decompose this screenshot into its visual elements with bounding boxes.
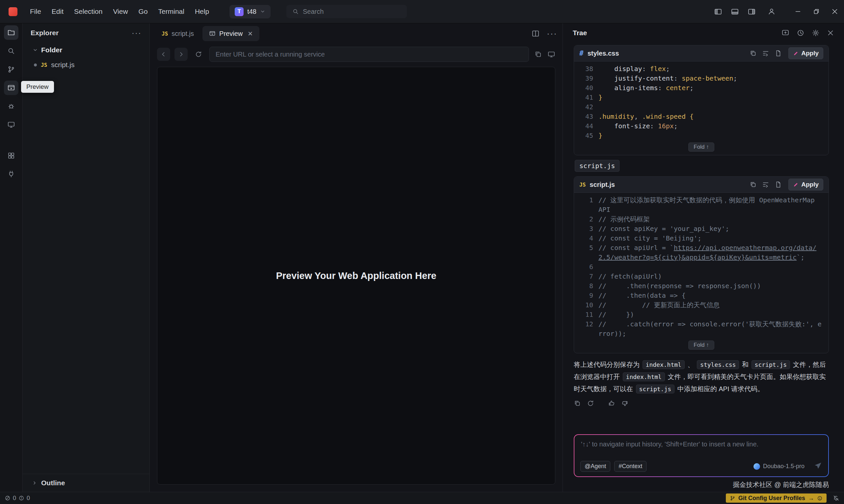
diff-icon bbox=[793, 182, 798, 187]
chat-input[interactable] bbox=[580, 440, 824, 448]
refresh-button[interactable] bbox=[192, 48, 205, 61]
info-icon bbox=[817, 496, 823, 501]
menu-file[interactable]: File bbox=[25, 7, 47, 16]
close-tab-icon[interactable]: ✕ bbox=[248, 30, 253, 37]
insert-code-icon[interactable] bbox=[762, 181, 769, 188]
tab-preview[interactable]: Preview ✕ bbox=[203, 26, 259, 41]
fold-button[interactable]: Fold ↑ bbox=[688, 341, 714, 350]
agent-selector[interactable]: @Agent bbox=[580, 461, 610, 472]
code-card-script-js: JS script.js Apply 1// 这里可以添加获取实时 bbox=[574, 176, 829, 353]
new-chat-icon[interactable] bbox=[781, 29, 789, 37]
minimize-button[interactable] bbox=[789, 0, 807, 23]
menu-edit[interactable]: Edit bbox=[47, 7, 69, 16]
folder-label: Folder bbox=[41, 46, 62, 54]
copy-url-icon[interactable] bbox=[534, 50, 542, 58]
close-panel-icon[interactable] bbox=[827, 29, 834, 37]
outline-section[interactable]: Outline bbox=[23, 474, 150, 492]
code-line: 40 align-items: center; bbox=[577, 83, 822, 93]
copy-code-icon[interactable] bbox=[750, 50, 757, 57]
preview-toolbar bbox=[150, 44, 563, 65]
settings-gear-icon[interactable] bbox=[812, 29, 820, 37]
preview-icon[interactable] bbox=[4, 80, 18, 95]
inline-code: index.html bbox=[623, 373, 665, 381]
explorer-icon[interactable] bbox=[4, 25, 18, 40]
message-actions bbox=[574, 400, 829, 407]
menu-go[interactable]: Go bbox=[133, 7, 153, 16]
toggle-left-panel-icon[interactable] bbox=[714, 7, 722, 16]
plugin-icon[interactable] bbox=[4, 167, 18, 181]
apply-button[interactable]: Apply bbox=[788, 179, 823, 191]
notifications-muted-icon[interactable] bbox=[833, 495, 839, 501]
warnings-icon[interactable] bbox=[18, 495, 24, 501]
menu-terminal[interactable]: Terminal bbox=[153, 7, 190, 16]
history-icon[interactable] bbox=[796, 29, 805, 37]
code-line: 9// .then(data => { bbox=[577, 291, 822, 300]
menu-view[interactable]: View bbox=[108, 7, 133, 16]
menu-help[interactable]: Help bbox=[190, 7, 214, 16]
source-control-icon[interactable] bbox=[4, 62, 18, 77]
thumbs-down-icon[interactable] bbox=[621, 400, 628, 407]
git-config-profiles-badge[interactable]: Git Config User Profiles → bbox=[726, 493, 827, 503]
warnings-count: 0 bbox=[27, 495, 30, 502]
code-block: 1// 这里可以添加获取实时天气数据的代码，例如使用 OpenWeatherMa… bbox=[574, 193, 828, 339]
debug-icon[interactable] bbox=[4, 99, 18, 113]
code-line: 43.humidity, .wind-speed { bbox=[577, 112, 822, 121]
tab-bar: JS script.js Preview ✕ ··· bbox=[150, 23, 563, 44]
tree-file-row[interactable]: JS script.js bbox=[23, 58, 150, 72]
toggle-right-panel-icon[interactable] bbox=[748, 7, 756, 16]
new-file-icon[interactable] bbox=[775, 50, 782, 57]
split-editor-icon[interactable] bbox=[532, 30, 540, 37]
insert-code-icon[interactable] bbox=[762, 50, 769, 57]
app-logo-icon[interactable] bbox=[8, 7, 17, 16]
preview-icon bbox=[209, 30, 216, 37]
fold-button[interactable]: Fold ↑ bbox=[688, 142, 714, 152]
tree-folder-row[interactable]: Folder bbox=[23, 42, 150, 58]
preview-url-input[interactable] bbox=[209, 47, 529, 62]
chat-input-container: @Agent #Context Doubao-1.5-pro bbox=[574, 434, 829, 477]
search-view-icon[interactable] bbox=[4, 44, 18, 58]
workspace-switcher[interactable]: T t48 bbox=[229, 5, 270, 18]
editor-more-icon[interactable]: ··· bbox=[547, 30, 557, 37]
file-name: script.js bbox=[51, 61, 74, 69]
send-icon[interactable] bbox=[814, 462, 822, 471]
code-line: 11// }) bbox=[577, 310, 822, 320]
toggle-bottom-panel-icon[interactable] bbox=[731, 7, 739, 16]
sidebar-title: Explorer bbox=[31, 29, 132, 37]
model-selector[interactable]: Doubao-1.5-pro bbox=[751, 462, 807, 471]
account-icon[interactable] bbox=[767, 7, 776, 16]
code-line: 1// 这里可以添加获取实时天气数据的代码，例如使用 OpenWeatherMa… bbox=[577, 195, 822, 215]
thumbs-up-icon[interactable] bbox=[608, 400, 615, 407]
sidebar-more-icon[interactable]: ··· bbox=[132, 28, 142, 37]
errors-count: 0 bbox=[13, 495, 16, 502]
close-window-button[interactable] bbox=[826, 0, 844, 23]
tab-script-js[interactable]: JS script.js bbox=[155, 26, 200, 41]
copy-message-icon[interactable] bbox=[574, 400, 581, 407]
errors-icon[interactable] bbox=[5, 495, 11, 501]
marketplace-icon[interactable] bbox=[4, 118, 18, 132]
chevron-down-icon bbox=[260, 9, 265, 14]
menu-selection[interactable]: Selection bbox=[69, 7, 108, 16]
forward-button[interactable] bbox=[174, 48, 188, 61]
inline-code: script.js bbox=[752, 360, 790, 369]
copy-code-icon[interactable] bbox=[750, 181, 757, 188]
diff-icon bbox=[793, 51, 798, 56]
new-file-icon[interactable] bbox=[775, 181, 782, 188]
context-selector[interactable]: #Context bbox=[614, 461, 647, 472]
assistant-message-text: 将上述代码分别保存为 index.html 、 styles.css 和 scr… bbox=[574, 359, 829, 395]
chat-messages[interactable]: # styles.css Apply 38 display: bbox=[563, 42, 844, 432]
extensions-grid-icon[interactable] bbox=[4, 148, 18, 163]
code-card-styles-css: # styles.css Apply 38 display: bbox=[574, 45, 829, 155]
preview-placeholder-text: Preview Your Web Application Here bbox=[276, 270, 436, 281]
preview-tooltip: Preview bbox=[21, 81, 54, 93]
restore-button[interactable] bbox=[807, 0, 826, 23]
chevron-right-icon bbox=[32, 480, 37, 486]
global-search[interactable]: Search bbox=[286, 5, 407, 18]
chat-title: Trae bbox=[573, 29, 781, 37]
back-button[interactable] bbox=[157, 48, 170, 61]
regenerate-icon[interactable] bbox=[587, 400, 594, 407]
tab-label: Preview bbox=[219, 30, 243, 37]
code-line: 8// .then(response => response.json()) bbox=[577, 281, 822, 291]
apply-button[interactable]: Apply bbox=[788, 47, 823, 59]
code-block: 38 display: flex;39 justify-content: spa… bbox=[574, 61, 828, 141]
open-in-browser-icon[interactable] bbox=[547, 50, 555, 58]
